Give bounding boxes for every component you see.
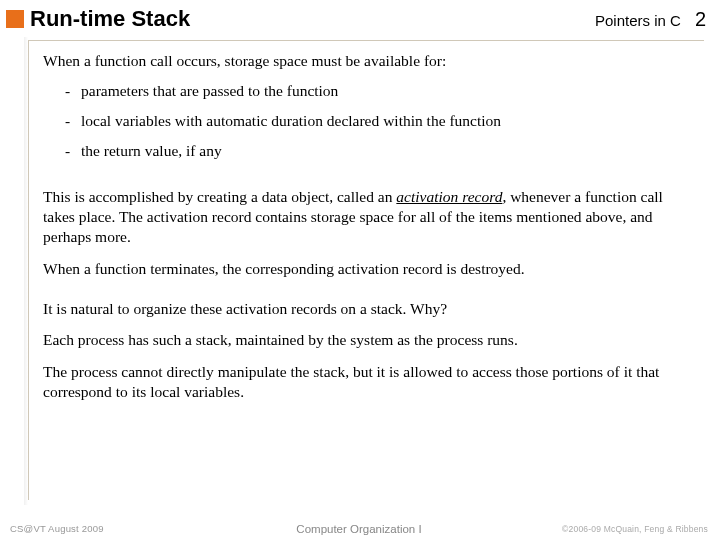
list-item: local variables with automatic duration … <box>65 111 692 131</box>
footer-right: ©2006-09 McQuain, Feng & Ribbens <box>562 524 708 534</box>
paragraph: It is natural to organize these activati… <box>43 299 692 319</box>
list-item: the return value, if any <box>65 141 692 161</box>
slide-title: Run-time Stack <box>30 6 190 32</box>
content-frame: When a function call occurs, storage spa… <box>28 40 704 500</box>
page-number: 2 <box>695 8 706 31</box>
header-right: Pointers in C 2 <box>595 8 706 31</box>
header-left: Run-time Stack <box>6 6 190 32</box>
slide-header: Run-time Stack Pointers in C 2 <box>0 0 720 36</box>
intro-text: When a function call occurs, storage spa… <box>43 51 692 71</box>
bullet-list: parameters that are passed to the functi… <box>65 81 692 161</box>
accent-square-icon <box>6 10 24 28</box>
footer-center: Computer Organization I <box>296 523 421 535</box>
paragraph: This is accomplished by creating a data … <box>43 187 692 246</box>
list-item: parameters that are passed to the functi… <box>65 81 692 101</box>
paragraph: The process cannot directly manipulate t… <box>43 362 692 402</box>
text-span: This is accomplished by creating a data … <box>43 188 396 205</box>
subject-label: Pointers in C <box>595 12 681 29</box>
footer-left: CS@VT August 2009 <box>10 523 104 534</box>
paragraph: Each process has such a stack, maintaine… <box>43 330 692 350</box>
paragraph: When a function terminates, the correspo… <box>43 259 692 279</box>
slide-footer: CS@VT August 2009 Computer Organization … <box>10 523 708 534</box>
emphasized-term: activation record <box>396 188 502 205</box>
